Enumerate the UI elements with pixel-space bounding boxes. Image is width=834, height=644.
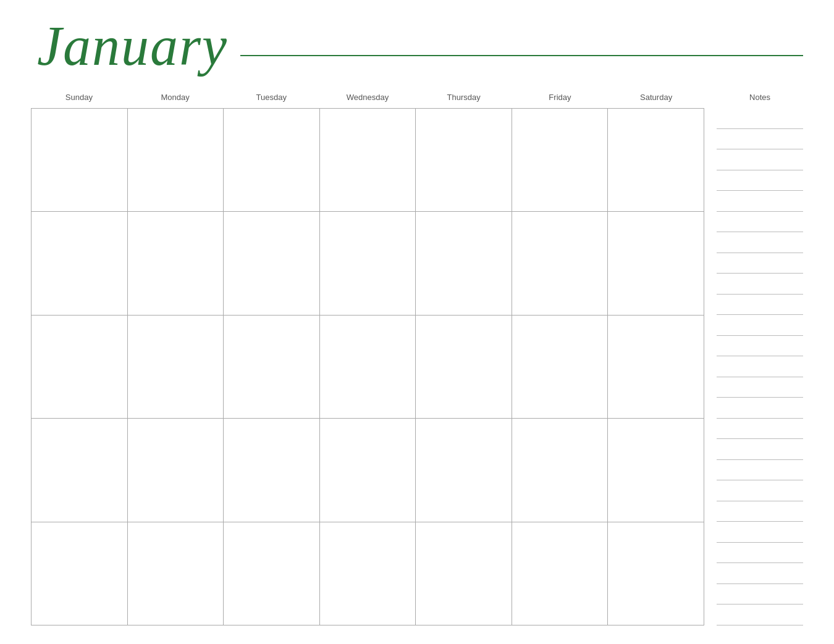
notes-line-group [717, 336, 803, 357]
notes-line-group [717, 604, 803, 625]
table-row [224, 522, 320, 625]
table-row [224, 109, 320, 212]
table-row [608, 522, 704, 625]
day-header-sunday: Sunday [31, 93, 127, 106]
table-row [512, 109, 609, 212]
table-row [608, 212, 704, 315]
header-line [240, 55, 803, 56]
table-row [224, 316, 320, 419]
notes-line-group [717, 274, 803, 295]
table-row [320, 522, 416, 625]
calendar-container: Sunday Monday Tuesday Wednesday Thursday… [31, 93, 803, 625]
notes-line-group [717, 295, 803, 316]
table-row [416, 419, 512, 522]
table-row [128, 212, 224, 315]
table-row [416, 316, 512, 419]
notes-line-group [717, 419, 803, 440]
table-row [128, 522, 224, 625]
table-row [32, 522, 128, 625]
table-row [608, 419, 704, 522]
header-section: January [31, 19, 803, 74]
page: January Sunday Monday Tuesday Wednesday … [0, 0, 834, 644]
notes-line-group [717, 460, 803, 481]
notes-line-group [717, 584, 803, 605]
notes-line-group [717, 522, 803, 543]
table-row [320, 316, 416, 419]
day-header-wednesday: Wednesday [319, 93, 416, 106]
notes-line-group [717, 377, 803, 398]
table-row [416, 212, 512, 315]
table-row [512, 419, 609, 522]
day-headers: Sunday Monday Tuesday Wednesday Thursday… [31, 93, 704, 106]
table-row [128, 316, 224, 419]
table-row [608, 109, 704, 212]
notes-lines-container [717, 108, 803, 625]
table-row [128, 419, 224, 522]
notes-line-group [717, 212, 803, 233]
notes-line-group [717, 315, 803, 336]
table-row [512, 316, 609, 419]
table-row [32, 109, 128, 212]
notes-line-group [717, 108, 803, 129]
notes-line-group [717, 232, 803, 253]
notes-title: Notes [717, 93, 803, 106]
table-row [320, 109, 416, 212]
notes-line-group [717, 398, 803, 419]
table-row [224, 212, 320, 315]
notes-line-group [717, 563, 803, 584]
month-title: January [37, 19, 228, 74]
table-row [320, 212, 416, 315]
table-row [224, 419, 320, 522]
table-row [416, 522, 512, 625]
day-header-tuesday: Tuesday [223, 93, 319, 106]
notes-line-group [717, 501, 803, 522]
table-row [32, 316, 128, 419]
table-row [32, 419, 128, 522]
table-row [32, 212, 128, 315]
table-row [320, 419, 416, 522]
notes-line-group [717, 439, 803, 460]
table-row [608, 316, 704, 419]
notes-line-group [717, 149, 803, 170]
table-row [128, 109, 224, 212]
day-header-saturday: Saturday [608, 93, 704, 106]
notes-line-group [717, 253, 803, 274]
table-row [512, 212, 609, 315]
table-row [512, 522, 609, 625]
calendar-grid [31, 108, 704, 625]
notes-line-group [717, 356, 803, 377]
notes-section: Notes [704, 93, 803, 625]
day-header-monday: Monday [127, 93, 224, 106]
table-row [416, 109, 512, 212]
notes-line-group [717, 480, 803, 501]
notes-line-group [717, 543, 803, 564]
calendar-main: Sunday Monday Tuesday Wednesday Thursday… [31, 93, 704, 625]
day-header-thursday: Thursday [416, 93, 512, 106]
day-header-friday: Friday [512, 93, 609, 106]
notes-line-group [717, 191, 803, 212]
notes-line-group [717, 170, 803, 191]
notes-line-group [717, 129, 803, 150]
